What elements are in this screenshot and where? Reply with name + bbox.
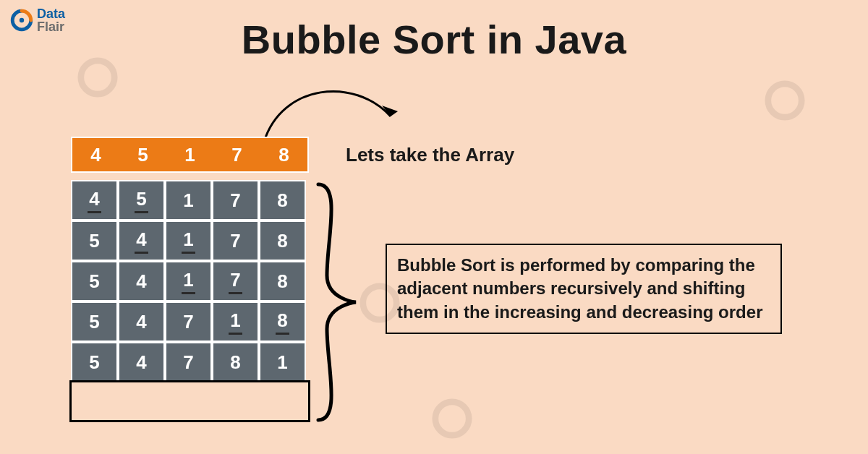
table-cell: 7 — [212, 220, 259, 261]
table-row: 45178 — [71, 180, 309, 220]
description-box: Bubble Sort is performed by comparing th… — [386, 244, 782, 334]
watermark-icon — [760, 80, 810, 121]
table-cell: 7 — [165, 342, 212, 382]
header-cell: 8 — [260, 138, 307, 171]
table-cell: 5 — [71, 261, 118, 301]
table-cell: 5 — [71, 301, 118, 342]
watermark-icon — [427, 398, 477, 440]
description-text: Bubble Sort is performed by comparing th… — [397, 254, 770, 324]
table-cell: 8 — [259, 301, 306, 342]
curly-brace-icon — [311, 181, 362, 423]
table-cell: 4 — [71, 180, 118, 220]
table-cell: 8 — [259, 220, 306, 261]
table-cell: 5 — [118, 180, 165, 220]
page-title: Bubble Sort in Java — [0, 16, 868, 63]
table-row: 54781 — [71, 342, 309, 382]
table-cell: 5 — [71, 342, 118, 382]
table-cell: 8 — [259, 180, 306, 220]
sort-table: 45178 4517854178541785471854781 — [71, 137, 309, 382]
header-cell: 1 — [166, 138, 213, 171]
table-cell: 4 — [118, 261, 165, 301]
table-cell: 8 — [259, 261, 306, 301]
table-cell: 1 — [165, 180, 212, 220]
table-cell: 1 — [165, 220, 212, 261]
array-label: Lets take the Array — [346, 144, 514, 166]
final-row-highlight — [69, 380, 310, 422]
table-cell: 7 — [212, 180, 259, 220]
table-cell: 4 — [118, 301, 165, 342]
header-cell: 7 — [213, 138, 260, 171]
table-row: 54178 — [71, 220, 309, 261]
table-cell: 8 — [212, 342, 259, 382]
table-row: 54178 — [71, 261, 309, 301]
header-cell: 5 — [119, 138, 166, 171]
table-cell: 4 — [118, 342, 165, 382]
table-cell: 7 — [212, 261, 259, 301]
table-cell: 1 — [259, 342, 306, 382]
header-cell: 4 — [72, 138, 119, 171]
header-row: 45178 — [71, 137, 309, 173]
table-cell: 1 — [165, 261, 212, 301]
table-cell: 7 — [165, 301, 212, 342]
row-spacer — [71, 173, 309, 180]
table-row: 54718 — [71, 301, 309, 342]
table-cell: 1 — [212, 301, 259, 342]
table-cell: 5 — [71, 220, 118, 261]
table-cell: 4 — [118, 220, 165, 261]
